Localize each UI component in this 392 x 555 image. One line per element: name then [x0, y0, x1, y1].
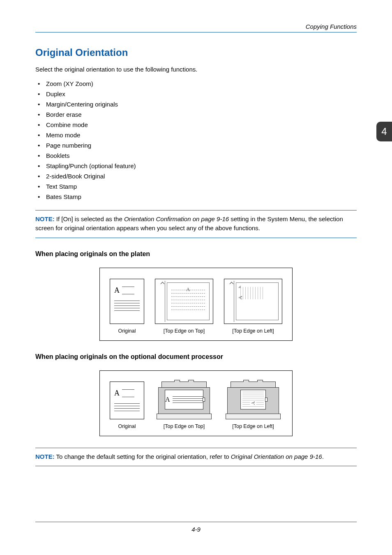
document-processor-icon: A [224, 382, 282, 419]
figure-col-top-edge-left: A [Top Edge on Left] [224, 382, 282, 429]
figure-caption: [Top Edge on Top] [164, 423, 205, 429]
glyph-a: A [114, 389, 120, 398]
glyph-a: A [114, 286, 120, 295]
list-item: Margin/Centering originals [37, 99, 357, 109]
note-ref: Original Orientation on page 9-16 [231, 453, 322, 460]
figure-processor-wrap: A Original A [35, 370, 357, 436]
glyph-a-small: A [250, 400, 256, 406]
figure-col-top-edge-top: A [Top Edge on Top] [155, 382, 213, 429]
feature-list: Zoom (XY Zoom) Duplex Margin/Centering o… [37, 79, 357, 202]
list-item: Duplex [37, 89, 357, 99]
note-box-2: NOTE: To change the default setting for … [35, 448, 357, 467]
figure-col-original: A Original [110, 382, 144, 429]
page-number: 4-9 [0, 526, 392, 533]
page: Copying Functions 4 Original Orientation… [0, 0, 392, 555]
figure-platen-wrap: A Original A [35, 268, 357, 341]
note-text: . [322, 453, 324, 460]
figure-caption: Original [118, 423, 136, 429]
figure-col-top-edge-left: A [Top Edge on Left] [224, 279, 282, 334]
header-rule [35, 32, 357, 32]
platen-icon: A [224, 279, 282, 324]
glyph-a: A [165, 396, 170, 403]
chapter-tab: 4 [376, 122, 392, 141]
list-item: Memo mode [37, 130, 357, 140]
note-text: To change the default setting for the or… [55, 453, 231, 460]
list-item: Border erase [37, 109, 357, 120]
running-head: Copying Functions [306, 23, 357, 30]
original-sheet-icon: A [110, 279, 144, 324]
note-ref: Orientation Confirmation on page 9-16 [124, 215, 229, 222]
list-item: Combine mode [37, 120, 357, 130]
figure-processor: A Original A [99, 370, 293, 436]
figure-caption: Original [118, 328, 136, 334]
footer-rule [35, 522, 357, 522]
figure-col-top-edge-top: A [Top Edge on Top] [155, 279, 213, 334]
list-item: Bates Stamp [37, 192, 357, 202]
platen-icon: A [155, 279, 213, 324]
subheading-platen: When placing originals on the platen [35, 250, 357, 258]
document-processor-icon: A [155, 382, 213, 419]
original-sheet-icon: A [110, 382, 144, 419]
list-item: Text Stamp [37, 181, 357, 192]
list-item: Booklets [37, 150, 357, 161]
intro-text: Select the original orientation to use t… [35, 66, 357, 73]
content-area: Original Orientation Select the original… [35, 47, 357, 466]
list-item: Zoom (XY Zoom) [37, 79, 357, 89]
list-item: Stapling/Punch (optional feature) [37, 161, 357, 171]
note-label: NOTE: [35, 215, 55, 222]
figure-caption: [Top Edge on Left] [232, 328, 274, 334]
figure-col-original: A Original [110, 279, 144, 334]
section-title: Original Orientation [35, 47, 357, 58]
list-item: 2-sided/Book Original [37, 171, 357, 181]
note-box-1: NOTE: If [On] is selected as the Orienta… [35, 210, 357, 238]
subheading-processor: When placing originals on the optional d… [35, 353, 357, 361]
note-text: If [On] is selected as the [55, 215, 124, 222]
figure-caption: [Top Edge on Left] [232, 423, 274, 429]
figure-platen: A Original A [99, 268, 293, 341]
glyph-a-small: A [237, 296, 244, 299]
list-item: Page numbering [37, 140, 357, 150]
note-label: NOTE: [35, 453, 55, 460]
figure-caption: [Top Edge on Top] [164, 328, 205, 334]
